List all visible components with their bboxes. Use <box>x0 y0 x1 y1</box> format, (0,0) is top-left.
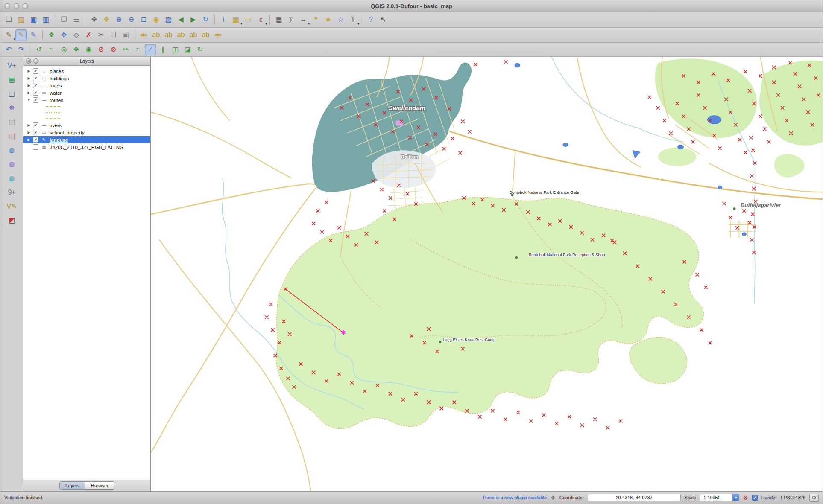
add-mssql-layer-button[interactable]: ◫ <box>6 116 18 128</box>
expander-icon[interactable]: ▶ <box>26 76 31 80</box>
stop-render-icon[interactable]: ⊗ <box>743 494 748 501</box>
expander-icon[interactable]: ▶ <box>26 138 31 142</box>
layer-item-routes[interactable]: ▼✓—routes <box>23 96 150 104</box>
map-tips-button[interactable]: ❝ <box>310 14 322 26</box>
toggle-editing-button[interactable]: ✎ <box>15 29 27 41</box>
add-oracle-layer-button[interactable]: ◫ <box>6 130 18 143</box>
merge-features-button[interactable]: ◫ <box>170 44 181 55</box>
move-label-button[interactable]: ab <box>187 29 199 41</box>
show-bookmarks-button[interactable]: ☆ <box>335 14 346 26</box>
new-print-composer-button[interactable]: ❐ <box>58 14 70 26</box>
expander-icon[interactable]: ▶ <box>26 91 31 95</box>
layer-visibility-checkbox[interactable]: ✓ <box>33 68 38 74</box>
scale-dropdown-arrow-icon[interactable]: ▼ <box>732 494 739 501</box>
select-features-button[interactable]: ▦▾ <box>230 14 242 26</box>
add-spatialite-layer-button[interactable]: ❋ <box>6 102 18 114</box>
layer-item-water[interactable]: ▶✓▭water <box>23 89 150 96</box>
delete-ring-button[interactable]: ⊘ <box>95 44 107 55</box>
zoom-next-button[interactable]: ▶ <box>187 14 199 26</box>
add-ring-button[interactable]: ◎ <box>58 44 70 55</box>
split-features-button[interactable]: ∕ <box>145 44 156 55</box>
scale-combo[interactable]: 1:19950 ▼ <box>700 494 739 501</box>
rotate-point-symbols-button[interactable]: ↻ <box>194 44 206 55</box>
copy-features-button[interactable]: ❐ <box>108 29 119 41</box>
expander-icon[interactable]: ▶ <box>26 131 31 134</box>
map-canvas[interactable]: ✱ SwellendamRailtonBontebok National Par… <box>151 57 823 491</box>
layer-visibility-checkbox[interactable]: ✓ <box>33 122 38 128</box>
select-by-expression-button[interactable]: ε▾ <box>255 14 267 26</box>
expander-icon[interactable]: ▶ <box>26 84 31 87</box>
node-tool-button[interactable]: ◇ <box>70 29 82 41</box>
add-feature-button[interactable]: ❖ <box>46 29 57 41</box>
symbology-item[interactable] <box>23 110 150 116</box>
layer-item-places[interactable]: ▶✓∴places <box>23 67 150 75</box>
zoom-in-button[interactable]: ⊕ <box>113 14 125 26</box>
add-wms-layer-button[interactable]: ◍ <box>6 144 18 157</box>
coordinate-input[interactable] <box>588 494 681 501</box>
panel-tab-layers[interactable]: Layers <box>59 481 85 490</box>
simplify-feature-button[interactable]: ≈ <box>46 44 57 55</box>
new-bookmark-button[interactable]: ★ <box>322 14 334 26</box>
add-part-button[interactable]: ❖ <box>70 44 82 55</box>
render-checkbox[interactable]: ✓ <box>752 495 758 501</box>
measure-line-button[interactable]: ↔▾ <box>298 14 309 26</box>
cut-features-button[interactable]: ✂ <box>95 29 107 41</box>
pan-map-button[interactable]: ✥ <box>88 14 100 26</box>
undo-button[interactable]: ↶ <box>3 44 15 55</box>
layer-visibility-checkbox[interactable]: ✓ <box>33 97 38 103</box>
layer-visibility-checkbox[interactable]: ✓ <box>33 83 38 88</box>
layer-item-school_property[interactable]: ▶✓▭school_property <box>23 129 150 136</box>
symbology-item[interactable] <box>23 116 150 122</box>
open-attribute-table-button[interactable]: ▤ <box>273 14 284 26</box>
add-wfs-layer-button[interactable]: ◍ <box>6 172 18 185</box>
layer-visibility-checkbox[interactable]: ✓ <box>33 90 38 96</box>
help-contents-button[interactable]: ? <box>365 14 377 26</box>
change-label-button[interactable]: ab <box>150 29 162 41</box>
add-delimited-text-layer-button[interactable]: 9+ <box>6 186 18 199</box>
zoom-full-extent-button[interactable]: ⊡ <box>138 14 149 26</box>
panel-close-button[interactable]: ✕ <box>26 58 31 64</box>
save-project-as-button[interactable]: ▥ <box>40 14 52 26</box>
new-plugin-link[interactable]: There is a new plugin available <box>482 495 547 500</box>
offset-curve-button[interactable]: ≈ <box>132 44 144 55</box>
new-project-button[interactable]: ❏ <box>3 14 15 26</box>
expander-icon[interactable]: ▶ <box>26 69 31 73</box>
layer-item-rivers[interactable]: ▶✓—rivers <box>23 122 150 129</box>
reshape-features-button[interactable]: ✏ <box>120 44 132 55</box>
save-layer-edits-button[interactable]: ✎ <box>28 29 39 41</box>
crs-status-button[interactable]: ⊕ <box>809 494 819 502</box>
zoom-to-selection-button[interactable]: ◉ <box>150 14 162 26</box>
new-spatialite-layer-button[interactable]: ◩ <box>6 214 18 227</box>
field-calculator-button[interactable]: ∑ <box>285 14 297 26</box>
expander-icon[interactable]: ▶ <box>26 123 31 127</box>
panel-tab-browser[interactable]: Browser <box>85 481 114 490</box>
save-project-button[interactable]: ▣ <box>28 14 39 26</box>
pin-labels-button[interactable]: ab <box>163 29 174 41</box>
current-edits-button[interactable]: ✎▾ <box>3 29 15 41</box>
zoom-last-button[interactable]: ◀ <box>175 14 187 26</box>
text-annotation-button[interactable]: T▾ <box>347 14 359 26</box>
zoom-to-layer-button[interactable]: ▧ <box>163 14 174 26</box>
layer-visibility-checkbox[interactable]: ✓ <box>33 76 38 81</box>
layer-item-roads[interactable]: ▶✓—roads <box>23 82 150 89</box>
rotate-feature-button[interactable]: ↺ <box>33 44 45 55</box>
paste-features-button[interactable]: ▣ <box>120 29 132 41</box>
add-raster-layer-button[interactable]: ▦ <box>6 73 18 86</box>
open-project-button[interactable]: ▨ <box>15 14 27 26</box>
identify-features-button[interactable]: i <box>218 14 229 26</box>
layer-labeling-button[interactable]: abc <box>138 29 149 41</box>
composer-manager-button[interactable]: ☰ <box>70 14 82 26</box>
symbology-item[interactable] <box>23 104 150 110</box>
panel-detach-button[interactable] <box>33 58 38 64</box>
layer-visibility-checkbox[interactable]: ✓ <box>33 137 38 143</box>
layer-item-3420C_2010_327_RGB_LATLNG[interactable]: ▦3420C_2010_327_RGB_LATLNG <box>23 143 150 151</box>
add-vector-layer-button[interactable]: V+ <box>6 59 18 72</box>
deselect-features-button[interactable]: ▭ <box>243 14 254 26</box>
whats-this-button[interactable]: ↖ <box>378 14 389 26</box>
delete-part-button[interactable]: ⊗ <box>108 44 119 55</box>
move-feature-button[interactable]: ✥ <box>58 29 70 41</box>
plugin-icon[interactable]: ❖ <box>551 495 556 501</box>
split-parts-button[interactable]: ∥ <box>157 44 169 55</box>
zoom-out-button[interactable]: ⊖ <box>126 14 137 26</box>
layer-item-buildings[interactable]: ▶✓▭buildings <box>23 75 150 82</box>
